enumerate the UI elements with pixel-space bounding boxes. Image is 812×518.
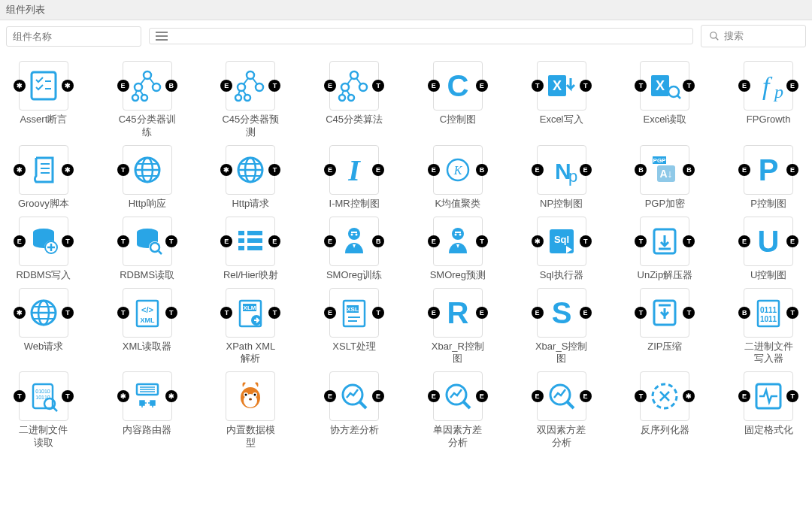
component-item[interactable]: ✱✱内容路由器	[114, 371, 180, 450]
component-item[interactable]: ✱TWeb请求	[11, 288, 77, 366]
filter-bar[interactable]	[149, 28, 693, 44]
component-item[interactable]: ✱✱Assert断言	[11, 61, 77, 139]
person-icon	[336, 223, 372, 259]
port-left-badge: E	[738, 235, 750, 247]
component-label: PGP加密	[645, 198, 685, 211]
component-item[interactable]: TTZIP压缩	[632, 288, 698, 366]
component-item[interactable]: EERel/Hier映射	[218, 217, 284, 282]
port-left-badge: E	[324, 307, 336, 319]
port-right-badge: T	[372, 307, 384, 319]
component-item[interactable]: ETC45分类器预测	[218, 61, 284, 139]
dbplus-icon	[26, 223, 62, 259]
component-label: 内置数据模型	[222, 424, 279, 450]
component-item[interactable]: TTExcel写入	[529, 61, 595, 139]
component-icon-box: EB	[433, 145, 483, 195]
component-item[interactable]: EE双因素方差分析	[529, 371, 595, 450]
component-label: FPGrowth	[747, 114, 791, 126]
port-left-badge: E	[324, 235, 336, 247]
dbsearch-icon	[129, 223, 165, 259]
port-left-badge: E	[428, 80, 440, 92]
component-item[interactable]: 内置数据模型	[218, 371, 284, 450]
component-item[interactable]: EE协方差分析	[321, 371, 387, 450]
component-label: XSLT处理	[332, 341, 376, 353]
component-item[interactable]: TTXML读取器	[114, 288, 180, 366]
component-item[interactable]: TT二进制文件读取	[11, 371, 77, 450]
component-item[interactable]: EEP控制图	[735, 145, 801, 211]
component-item[interactable]: EBK均值聚类	[425, 145, 491, 211]
component-icon-box: EE	[433, 61, 483, 111]
component-item[interactable]: TTXPath XML解析	[218, 288, 284, 366]
component-item[interactable]: ET固定格式化	[735, 371, 801, 450]
component-item[interactable]: TTUnZip解压器	[632, 217, 698, 282]
component-item[interactable]: ✱THttp请求	[218, 145, 284, 211]
component-icon-box: TT	[226, 288, 275, 338]
xsl-icon	[336, 295, 372, 331]
component-item[interactable]: EEC控制图	[425, 61, 491, 139]
component-label: UnZip解压器	[638, 269, 693, 282]
component-label: RDBMS读取	[120, 269, 174, 282]
kmeans-icon	[440, 152, 476, 188]
hamburger-icon	[156, 32, 168, 41]
component-icon-box: EB	[123, 61, 172, 111]
np-icon	[544, 152, 580, 188]
component-item[interactable]: ✱TSql执行器	[529, 217, 595, 282]
letterU-icon	[750, 223, 786, 259]
port-left-badge: E	[428, 390, 440, 402]
pulse-icon	[750, 378, 786, 414]
component-icon-box: T	[123, 145, 172, 195]
component-label: Xbar_R控制图	[429, 341, 486, 366]
component-label: C45分类器预测	[222, 114, 279, 139]
person-icon	[440, 223, 476, 259]
globe-icon	[129, 152, 165, 188]
port-left-badge: T	[220, 307, 232, 319]
component-icon-box: TT	[19, 371, 68, 421]
component-item[interactable]: THttp响应	[114, 145, 180, 211]
letterP-icon	[750, 152, 786, 188]
component-icon-box: TT	[640, 61, 689, 111]
port-right-badge: T	[372, 80, 384, 92]
tree-icon	[232, 68, 268, 104]
component-item[interactable]: BT二进制文件写入器	[735, 288, 801, 366]
component-item[interactable]: EBSMOreg训练	[321, 217, 387, 282]
component-name-input[interactable]	[6, 26, 141, 47]
zip-icon	[647, 295, 683, 331]
port-left-badge: E	[117, 80, 129, 92]
component-icon-box: BT	[744, 288, 793, 338]
component-icon-box: ✱T	[226, 145, 275, 195]
component-item[interactable]: TTExcel读取	[632, 61, 698, 139]
router-icon	[129, 378, 165, 414]
component-item[interactable]: ETSMOreg预测	[425, 217, 491, 282]
port-right-badge: B	[476, 164, 488, 176]
component-item[interactable]: ETRDBMS写入	[11, 217, 77, 282]
component-item[interactable]: EEU控制图	[735, 217, 801, 282]
component-item[interactable]: BBPGP加密	[632, 145, 698, 211]
component-item[interactable]: TTRDBMS读取	[114, 217, 180, 282]
component-icon-box: ET	[744, 371, 793, 421]
pgp-icon	[647, 152, 683, 188]
component-icon-box: T✱	[640, 371, 689, 421]
port-left-badge: T	[532, 80, 544, 92]
component-item[interactable]: ✱✱Groovy脚本	[11, 145, 77, 211]
component-item[interactable]: T✱反序列化器	[632, 371, 698, 450]
component-item[interactable]: EBC45分类器训练	[114, 61, 180, 139]
component-item[interactable]: EEXbar_R控制图	[425, 288, 491, 366]
port-left-badge: E	[324, 164, 336, 176]
component-item[interactable]: ETXSLT处理	[321, 288, 387, 366]
component-item[interactable]: EENP控制图	[529, 145, 595, 211]
component-label: 反序列化器	[641, 424, 689, 437]
component-item[interactable]: ETC45分类算法	[321, 61, 387, 139]
port-left-badge: B	[635, 164, 647, 176]
component-item[interactable]: EE单因素方差分析	[425, 371, 491, 450]
component-icon-box: TT	[123, 288, 172, 338]
component-item[interactable]: EEXbar_S控制图	[529, 288, 595, 366]
port-right-badge: T	[268, 164, 280, 176]
component-item[interactable]: EEFPGrowth	[735, 61, 801, 139]
search-label: 搜索	[724, 29, 744, 43]
component-item[interactable]: EEI-MR控制图	[321, 145, 387, 211]
component-label: SMOreg训练	[326, 269, 382, 282]
port-right-badge: T	[786, 390, 798, 402]
port-right-badge: B	[683, 164, 695, 176]
search-box[interactable]: 搜索	[701, 25, 806, 47]
binary-icon	[750, 295, 786, 331]
port-right-badge: ✱	[165, 390, 177, 402]
